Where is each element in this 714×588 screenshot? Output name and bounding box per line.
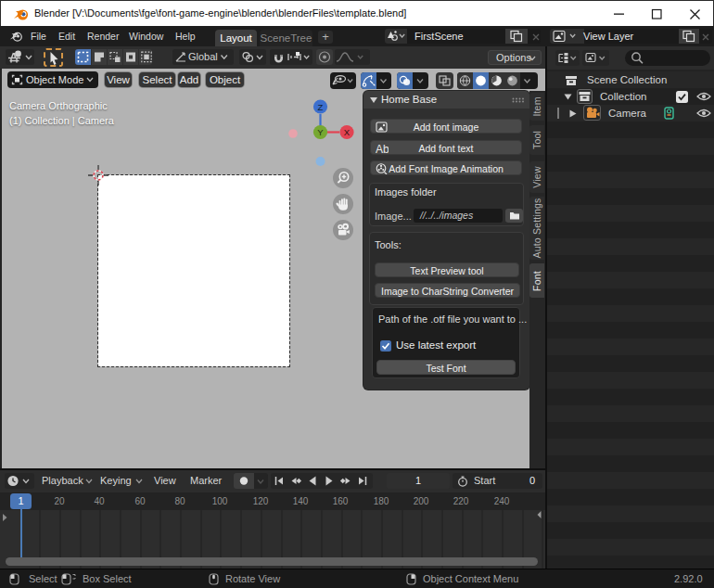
svg-text:Y: Y <box>317 127 324 137</box>
svg-text:Ab: Ab <box>376 143 389 154</box>
svg-text:X: X <box>344 127 351 137</box>
svg-text:Z: Z <box>318 102 324 112</box>
